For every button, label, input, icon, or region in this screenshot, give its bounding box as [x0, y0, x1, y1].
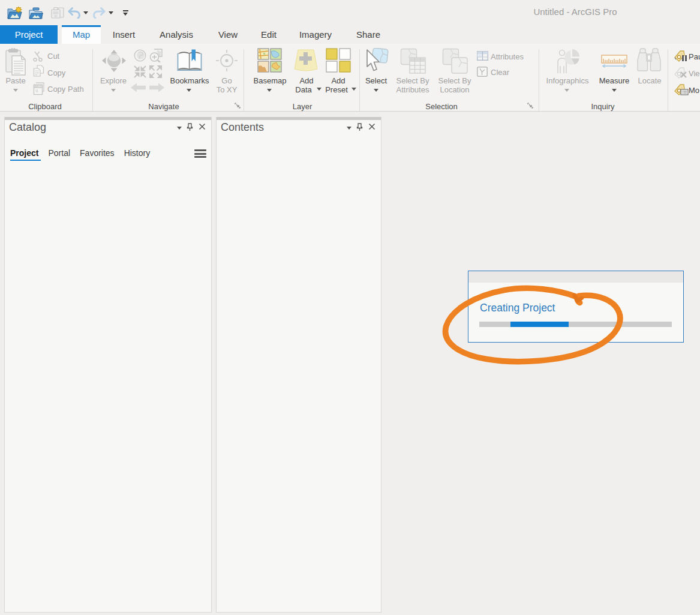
svg-text:\\: \\: [35, 88, 38, 94]
